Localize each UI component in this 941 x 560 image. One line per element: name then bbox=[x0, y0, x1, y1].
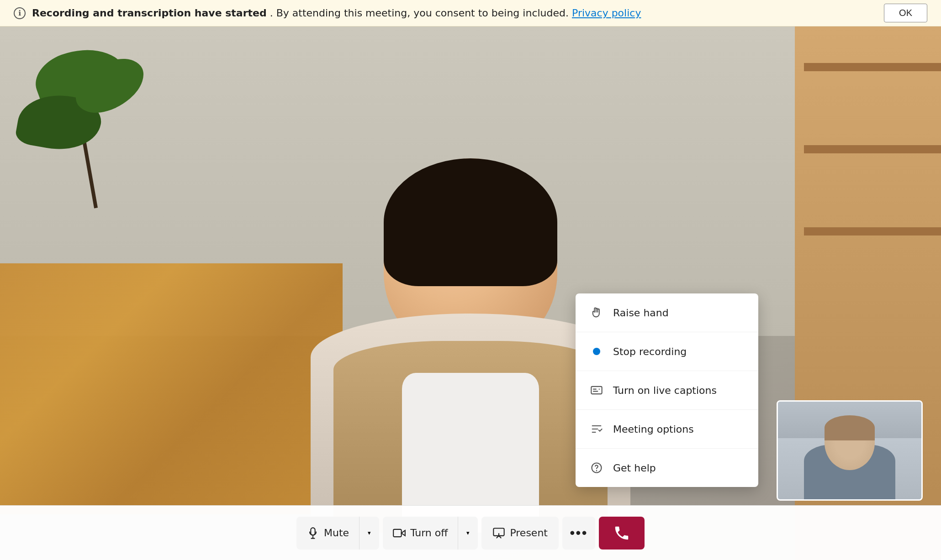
menu-item-get-help[interactable]: Get help bbox=[576, 449, 758, 487]
more-options-button[interactable]: ••• bbox=[562, 517, 595, 550]
plant-decoration bbox=[0, 26, 174, 255]
shelf-1 bbox=[804, 63, 941, 71]
present-button[interactable]: Present bbox=[481, 517, 559, 550]
svg-rect-0 bbox=[591, 387, 602, 394]
menu-item-live-captions-label: Turn on live captions bbox=[613, 385, 717, 396]
speaker-bangs bbox=[393, 213, 548, 241]
present-label: Present bbox=[510, 527, 548, 539]
mute-chevron-icon: ▾ bbox=[368, 529, 371, 536]
notification-text: Recording and transcription have started… bbox=[32, 7, 884, 19]
camera-chevron[interactable]: ▾ bbox=[458, 517, 478, 550]
shelf-2 bbox=[804, 145, 941, 153]
mute-button[interactable]: Mute ▾ bbox=[296, 517, 379, 550]
mute-main[interactable]: Mute bbox=[296, 517, 359, 550]
menu-item-meeting-options[interactable]: Meeting options bbox=[576, 410, 758, 449]
stop-recording-icon bbox=[589, 344, 604, 359]
notification-bar: ℹ Recording and transcription have start… bbox=[0, 0, 941, 26]
menu-item-raise-hand-label: Raise hand bbox=[613, 307, 669, 319]
shelf-3 bbox=[804, 227, 941, 236]
help-icon bbox=[589, 461, 604, 475]
captions-icon bbox=[589, 383, 604, 398]
meeting-options-icon bbox=[589, 422, 604, 436]
camera-chevron-icon: ▾ bbox=[466, 529, 470, 536]
info-icon: ℹ bbox=[14, 7, 26, 19]
video-area: Raise hand Stop recording Turn on live c… bbox=[0, 26, 941, 560]
menu-item-meeting-options-label: Meeting options bbox=[613, 424, 694, 435]
menu-item-raise-hand[interactable]: Raise hand bbox=[576, 293, 758, 332]
more-options-icon: ••• bbox=[570, 524, 588, 541]
svg-rect-3 bbox=[393, 529, 402, 536]
menu-item-stop-recording[interactable]: Stop recording bbox=[576, 332, 758, 371]
thumbnail-person-hair bbox=[825, 415, 875, 440]
meeting-toolbar: Mute ▾ Turn off ▾ Present ••• bbox=[0, 505, 941, 560]
context-menu: Raise hand Stop recording Turn on live c… bbox=[576, 293, 758, 487]
svg-point-1 bbox=[599, 389, 600, 390]
camera-label: Turn off bbox=[410, 527, 448, 539]
thumbnail-person-head bbox=[825, 415, 875, 470]
mute-chevron[interactable]: ▾ bbox=[359, 517, 379, 550]
mute-label: Mute bbox=[324, 527, 349, 539]
raise-hand-icon bbox=[589, 305, 604, 320]
camera-button[interactable]: Turn off ▾ bbox=[383, 517, 478, 550]
notification-normal-text: . By attending this meeting, you consent… bbox=[270, 7, 569, 19]
speaker-vest bbox=[333, 341, 608, 533]
camera-main[interactable]: Turn off bbox=[383, 517, 458, 550]
self-video-thumbnail bbox=[777, 400, 923, 501]
privacy-policy-link[interactable]: Privacy policy bbox=[572, 7, 641, 19]
menu-item-stop-recording-label: Stop recording bbox=[613, 346, 687, 357]
end-call-button[interactable] bbox=[599, 517, 645, 550]
menu-item-get-help-label: Get help bbox=[613, 462, 656, 474]
notification-bold-text: Recording and transcription have started bbox=[32, 7, 267, 19]
menu-item-live-captions[interactable]: Turn on live captions bbox=[576, 371, 758, 410]
ok-button[interactable]: OK bbox=[884, 4, 927, 22]
